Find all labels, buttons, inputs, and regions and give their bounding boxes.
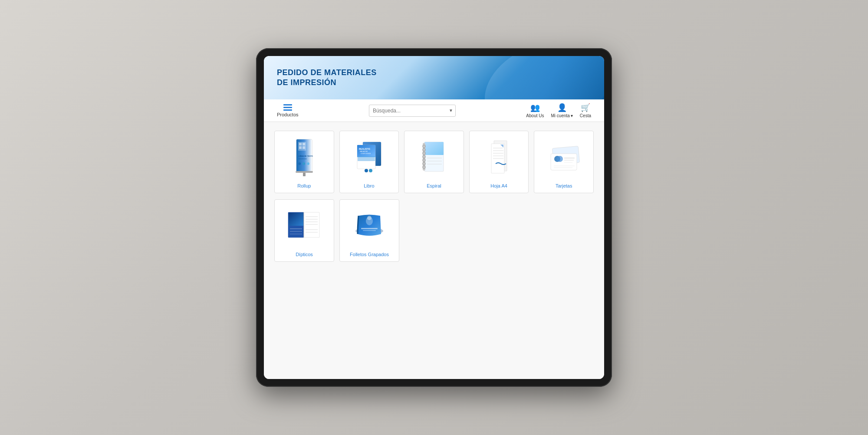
- nav-right-actions: 👥 About Us 👤 Mi cuenta ▾ 🛒 Cesta: [526, 103, 591, 118]
- people-icon: 👥: [530, 103, 540, 112]
- rollup-label: Rollup: [297, 183, 311, 188]
- svg-rect-57: [289, 213, 303, 226]
- espiral-label: Espiral: [427, 183, 441, 188]
- libro-label: Libro: [364, 183, 374, 188]
- mi-cuenta-nav[interactable]: 👤 Mi cuenta ▾: [551, 103, 572, 118]
- svg-rect-72: [363, 230, 376, 231]
- dipticos-image: [283, 205, 326, 248]
- productos-label: Productos: [277, 112, 299, 117]
- product-card-libro[interactable]: REALISTIC MAGAZINE COVER DESIGN Libro: [339, 131, 399, 193]
- product-card-espiral[interactable]: Espiral: [404, 131, 464, 193]
- search-box: ▼: [369, 105, 456, 117]
- cart-icon: 🛒: [581, 103, 590, 112]
- product-card-hoja-a4[interactable]: Hoja A4: [469, 131, 529, 193]
- svg-rect-2: [296, 171, 313, 173]
- tarjetas-label: Tarjetas: [556, 183, 572, 188]
- svg-point-12: [302, 162, 305, 165]
- product-card-rollup[interactable]: LÍNEA DE TEXTO Línea de texto Rollup: [274, 131, 334, 193]
- libro-image: REALISTIC MAGAZINE COVER DESIGN: [347, 136, 391, 180]
- nav-bar: Productos ▼ 👥 About Us 👤 Mi cuenta ▾: [264, 99, 604, 122]
- svg-point-13: [307, 162, 309, 165]
- svg-rect-5: [299, 143, 302, 145]
- search-input[interactable]: [369, 105, 456, 117]
- rollup-image: LÍNEA DE TEXTO Línea de texto: [283, 136, 326, 180]
- svg-point-70: [367, 216, 372, 220]
- product-card-tarjetas[interactable]: Tarjetas: [534, 131, 594, 193]
- svg-rect-8: [302, 146, 305, 149]
- svg-rect-55: [304, 212, 319, 237]
- svg-rect-3: [303, 173, 306, 176]
- svg-text:Línea de texto: Línea de texto: [299, 158, 307, 160]
- products-row-2: Dípticos: [274, 199, 594, 262]
- mi-cuenta-arrow-icon: ▾: [571, 113, 573, 118]
- folletos-image: [348, 205, 391, 248]
- grid-icon: [283, 104, 292, 111]
- svg-rect-21: [358, 156, 375, 161]
- page-title: PEDIDO DE MATERIALES DE IMPRESIÓN: [277, 68, 377, 88]
- dipticos-label: Dípticos: [296, 252, 313, 257]
- account-icon: 👤: [557, 103, 567, 112]
- svg-rect-7: [299, 146, 302, 149]
- cesta-nav[interactable]: 🛒 Cesta: [580, 103, 591, 118]
- hoja-a4-label: Hoja A4: [490, 183, 507, 188]
- svg-point-11: [298, 162, 301, 165]
- tablet-screen: PEDIDO DE MATERIALES DE IMPRESIÓN Produc…: [264, 56, 604, 379]
- svg-point-22: [365, 169, 368, 172]
- svg-text:REALISTIC: REALISTIC: [359, 148, 371, 150]
- svg-rect-6: [302, 143, 305, 145]
- header-banner: PEDIDO DE MATERIALES DE IMPRESIÓN: [264, 56, 604, 99]
- mi-cuenta-label-wrap: Mi cuenta ▾: [551, 113, 572, 118]
- products-grid: LÍNEA DE TEXTO Línea de texto Rollup: [274, 131, 594, 262]
- svg-text:LÍNEA DE TEXTO: LÍNEA DE TEXTO: [299, 155, 313, 157]
- svg-point-48: [557, 156, 563, 162]
- folletos-grapados-label: Folletos Grapados: [350, 252, 389, 257]
- nav-productos[interactable]: Productos: [277, 104, 299, 117]
- product-card-folletos-grapados[interactable]: Folletos Grapados: [339, 199, 399, 262]
- about-us-label: About Us: [526, 113, 544, 118]
- svg-rect-71: [361, 228, 378, 229]
- svg-text:MAGAZINE: MAGAZINE: [360, 151, 368, 152]
- about-us-nav[interactable]: 👥 About Us: [526, 103, 544, 118]
- hoja-a4-image: [477, 136, 521, 180]
- tablet-frame: PEDIDO DE MATERIALES DE IMPRESIÓN Produc…: [256, 48, 612, 387]
- svg-rect-25: [424, 142, 444, 155]
- products-row-1: LÍNEA DE TEXTO Línea de texto Rollup: [274, 131, 594, 193]
- products-area: LÍNEA DE TEXTO Línea de texto Rollup: [264, 122, 604, 379]
- tarjetas-image: [542, 136, 585, 180]
- product-card-dipticos[interactable]: Dípticos: [274, 199, 334, 262]
- svg-text:COVER DESIGN: COVER DESIGN: [361, 153, 371, 155]
- espiral-image: [412, 136, 456, 180]
- svg-point-23: [369, 169, 372, 172]
- cesta-label: Cesta: [580, 113, 591, 118]
